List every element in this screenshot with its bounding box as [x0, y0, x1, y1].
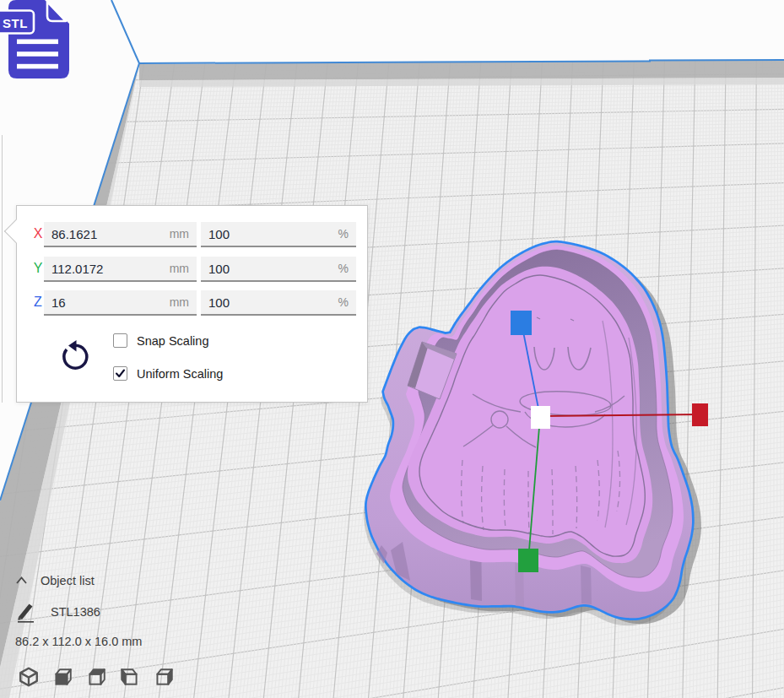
collapse-caret-icon[interactable]: [15, 575, 32, 587]
stl-file-icon: STL: [0, 0, 84, 89]
snap-scaling-checkbox[interactable]: [113, 333, 127, 348]
uniform-scaling-checkbox[interactable]: [113, 366, 127, 381]
3d-view-cube-icon: [18, 666, 40, 688]
x-percent-field[interactable]: 100 %: [201, 222, 356, 247]
viewport-3d[interactable]: STL X 86.1621 mm 100 % Y 112.0172 mm 100…: [0, 0, 784, 698]
z-mm-field[interactable]: 16 mm: [44, 290, 197, 316]
object-list-header[interactable]: Object list: [41, 574, 95, 587]
z-percent-field[interactable]: 100 %: [201, 290, 356, 316]
reset-scale-button[interactable]: [57, 339, 92, 378]
y-mm-value[interactable]: 112.0172: [51, 262, 103, 276]
stl-badge-label: STL: [3, 16, 28, 30]
snap-scaling-label: Snap Scaling: [137, 334, 208, 348]
edit-pencil-icon[interactable]: [15, 599, 37, 623]
x-mm-field[interactable]: 86.1621 mm: [44, 222, 197, 247]
uniform-scale-handle[interactable]: [531, 406, 550, 429]
view-button-top-view[interactable]: [85, 666, 107, 688]
view-button-right-view[interactable]: [153, 666, 175, 688]
y-percent-field[interactable]: 100 %: [201, 257, 356, 282]
right-view-cube-icon: [153, 666, 175, 688]
z-percent-value[interactable]: 100: [208, 295, 230, 310]
x-percent-value[interactable]: 100: [208, 227, 230, 241]
camera-view-buttons: [18, 666, 187, 690]
y-mm-field[interactable]: 112.0172 mm: [44, 257, 197, 282]
scale-row-x: X 86.1621 mm 100 %: [17, 222, 367, 247]
x-mm-value[interactable]: 86.1621: [51, 227, 97, 241]
scale-row-y: Y 112.0172 mm 100 %: [17, 257, 367, 282]
left-view-cube-icon: [119, 666, 141, 688]
checkmark-icon: [114, 367, 127, 380]
uniform-scaling-label: Uniform Scaling: [137, 367, 223, 381]
object-name[interactable]: STL1386: [51, 605, 100, 619]
y-scale-handle[interactable]: [518, 549, 538, 572]
front-view-cube-icon: [51, 666, 73, 688]
x-mm-unit: mm: [170, 227, 189, 241]
x-percent-unit: %: [338, 227, 349, 241]
y-percent-unit: %: [338, 262, 349, 275]
y-percent-value[interactable]: 100: [208, 262, 230, 276]
scale-tool-panel: X 86.1621 mm 100 % Y 112.0172 mm 100 % Z…: [16, 205, 368, 403]
left-toolbar-edge: [2, 135, 3, 403]
z-percent-unit: %: [338, 295, 349, 309]
z-scale-handle[interactable]: [511, 311, 532, 335]
x-scale-handle[interactable]: [692, 403, 708, 426]
model-dimensions: 86.2 x 112.0 x 16.0 mm: [15, 635, 142, 648]
view-button-front-view[interactable]: [51, 666, 73, 688]
view-button-left-view[interactable]: [119, 666, 141, 688]
y-mm-unit: mm: [170, 262, 189, 275]
scale-row-z: Z 16 mm 100 %: [17, 290, 367, 316]
view-button-3d-view[interactable]: [18, 666, 40, 688]
z-mm-unit: mm: [170, 295, 189, 309]
z-mm-value[interactable]: 16: [51, 295, 66, 310]
top-view-cube-icon: [85, 666, 107, 688]
